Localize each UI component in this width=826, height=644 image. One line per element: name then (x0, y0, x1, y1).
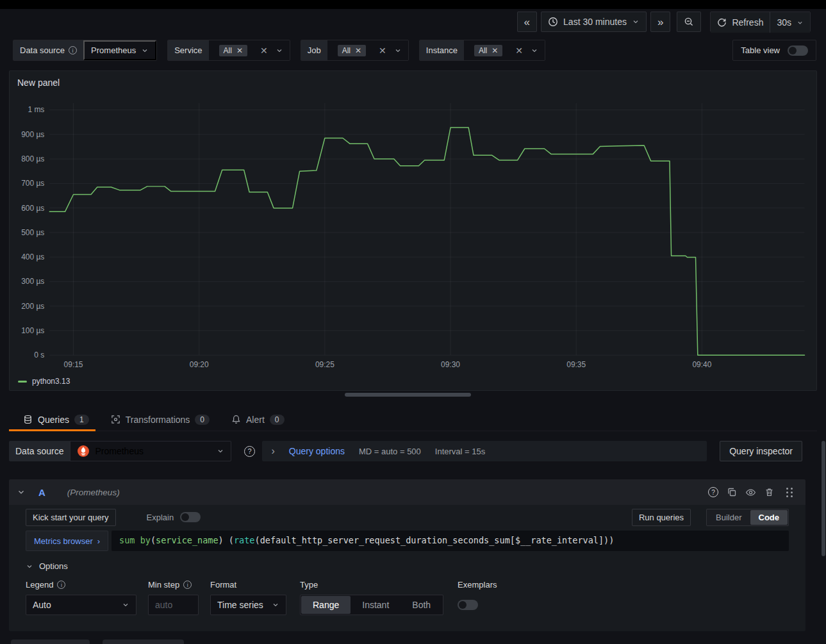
time-range-label: Last 30 minutes (563, 17, 627, 27)
refresh-button[interactable]: Refresh (711, 12, 770, 33)
chevron-down-icon (217, 447, 224, 455)
svg-text:500 µs: 500 µs (21, 228, 44, 237)
svg-text:900 µs: 900 µs (21, 130, 44, 139)
close-icon[interactable]: ✕ (491, 46, 498, 55)
data-source-label: Data source (9, 441, 70, 461)
max-data-points-value: MD = auto = 500 (359, 447, 421, 456)
kick-start-query-button[interactable]: Kick start your query (26, 509, 116, 526)
tab-label: Alert (246, 415, 265, 425)
data-source-help-button[interactable]: ? (239, 441, 260, 461)
double-chevron-left-icon: « (524, 17, 530, 28)
top-strip (0, 0, 826, 9)
tab-transformations[interactable]: Transformations 0 (104, 408, 216, 431)
filter-instance-chip[interactable]: All ✕ (474, 45, 502, 56)
database-icon (23, 415, 33, 424)
prometheus-logo-icon (77, 445, 90, 458)
filter-data-source-value: Prometheus (91, 45, 136, 55)
chevron-down-icon[interactable] (394, 47, 402, 54)
horizontal-scrollbar[interactable] (345, 393, 471, 397)
metrics-browser-button[interactable]: Metrics browser › (26, 531, 108, 551)
format-value: Time series (217, 600, 272, 610)
toggle-visibility-icon[interactable] (745, 487, 756, 498)
filter-service-chip[interactable]: All ✕ (219, 45, 247, 56)
legend-select[interactable]: Auto (26, 595, 136, 615)
clear-filter-icon[interactable]: ✕ (379, 45, 386, 56)
table-view-toggle[interactable] (788, 45, 808, 56)
query-options-bar[interactable]: › Query options MD = auto = 500 Interval… (262, 441, 707, 461)
query-help-button[interactable]: ? (708, 487, 718, 497)
type-option-instant[interactable]: Instant (351, 596, 401, 614)
time-shift-back-button[interactable]: « (517, 12, 537, 32)
time-shift-forward-button[interactable]: » (650, 12, 670, 32)
zoom-out-time-button[interactable] (677, 12, 701, 32)
filter-instance: Instance All ✕ ✕ (419, 40, 545, 61)
editor-mode-switch: Builder Code (706, 509, 789, 526)
svg-text:600 µs: 600 µs (21, 204, 44, 213)
chevron-down-icon (141, 47, 149, 54)
options-collapse-header[interactable]: Options (26, 561, 789, 571)
filter-data-source-select[interactable]: Prometheus (83, 40, 156, 60)
exemplars-toggle[interactable] (458, 600, 478, 610)
type-option-range[interactable]: Range (301, 596, 351, 614)
chevron-down-icon (122, 601, 129, 609)
partial-button[interactable] (103, 640, 184, 644)
tab-queries[interactable]: Queries 1 (9, 408, 95, 431)
svg-text:1 ms: 1 ms (28, 105, 44, 114)
refresh-group: Refresh 30s (710, 12, 811, 32)
explain-toggle[interactable] (180, 512, 201, 522)
code-mode-option[interactable]: Code (750, 510, 788, 525)
query-options-label: Query options (289, 446, 345, 456)
query-row-header[interactable]: A (Prometheus) ? (9, 479, 805, 505)
refresh-label: Refresh (732, 17, 763, 28)
chevron-down-icon (797, 19, 804, 26)
filter-job-chip[interactable]: All ✕ (338, 45, 366, 56)
editor-tabs: Queries 1 Transformations 0 Alert 0 (9, 408, 817, 431)
time-range-picker[interactable]: Last 30 minutes (541, 12, 647, 32)
tab-alert[interactable]: Alert 0 (225, 408, 290, 431)
svg-text:200 µs: 200 µs (21, 302, 44, 311)
delete-query-icon[interactable] (764, 487, 774, 497)
type-option-both[interactable]: Both (401, 596, 442, 614)
svg-text:09:40: 09:40 (692, 360, 711, 369)
svg-text:800 µs: 800 µs (21, 154, 44, 163)
collapse-chevron-icon[interactable] (17, 488, 26, 497)
filter-data-source-label: Data source (20, 45, 65, 55)
chevron-right-icon: › (97, 536, 100, 546)
filter-instance-label: Instance (426, 45, 458, 55)
query-type-radio-group: Range Instant Both (300, 595, 443, 615)
promql-expression[interactable]: sum by(service_name) (rate(default_http_… (112, 531, 789, 551)
query-inspector-button[interactable]: Query inspector (720, 441, 802, 461)
legend-value: Auto (33, 600, 122, 610)
refresh-interval-dropdown[interactable]: 30s (770, 12, 810, 33)
chip-value: All (224, 46, 232, 55)
clear-filter-icon[interactable]: ✕ (515, 45, 523, 56)
min-step-input[interactable] (148, 595, 199, 615)
query-row-a: A (Prometheus) ? Kick start your query E… (9, 479, 805, 631)
timeseries-panel: New panel 1 ms900 µs800 µs700 µs600 µs50… (9, 70, 817, 391)
options-header-label: Options (39, 561, 68, 571)
series-legend[interactable]: python3.13 (18, 377, 70, 386)
data-source-select[interactable]: Prometheus (70, 441, 231, 461)
svg-text:100 µs: 100 µs (21, 326, 44, 335)
partial-button[interactable] (11, 640, 90, 644)
chevron-down-icon[interactable] (531, 47, 538, 54)
drag-handle[interactable] (786, 488, 793, 497)
run-queries-button[interactable]: Run queries (632, 509, 691, 526)
chevron-down-icon[interactable] (276, 47, 283, 54)
tab-count-badge: 1 (74, 415, 89, 425)
format-select[interactable]: Time series (210, 595, 286, 615)
close-icon[interactable]: ✕ (236, 46, 243, 55)
svg-text:0 s: 0 s (34, 351, 44, 359)
magnifier-minus-icon (684, 17, 694, 27)
format-label: Format (210, 580, 236, 590)
clear-filter-icon[interactable]: ✕ (260, 45, 268, 56)
timeseries-chart[interactable]: 1 ms900 µs800 µs700 µs600 µs500 µs400 µs… (10, 71, 816, 390)
svg-text:09:25: 09:25 (315, 360, 335, 369)
query-toolbar: Data source Prometheus ? › Query options… (9, 440, 802, 462)
builder-mode-option[interactable]: Builder (707, 510, 750, 525)
help-icon: ? (708, 487, 718, 497)
close-icon[interactable]: ✕ (355, 46, 361, 55)
vertical-scrollbar[interactable] (822, 441, 825, 556)
duplicate-query-icon[interactable] (727, 487, 737, 497)
filter-service-label: Service (174, 45, 202, 55)
